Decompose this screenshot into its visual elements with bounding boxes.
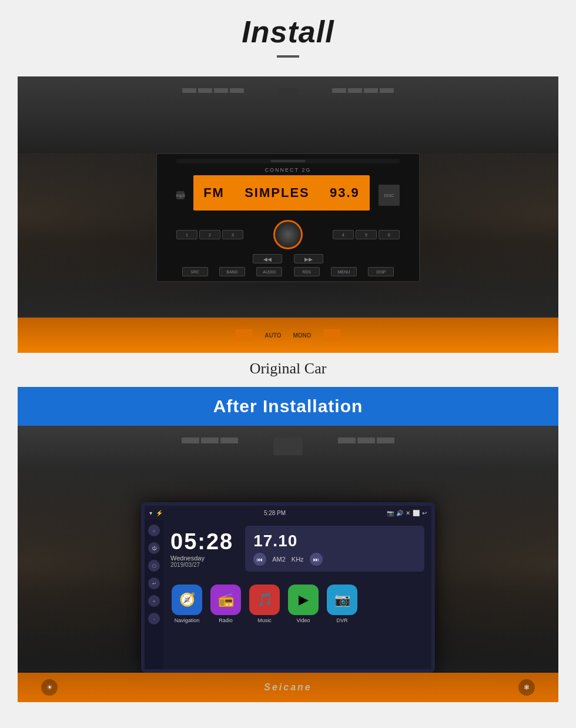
- vent-slot: [380, 88, 394, 93]
- vent-slot: [201, 438, 219, 443]
- android-head-unit: ▾ ⚡ 5:28 PM 📷 🔊 ✕ ⬜ ↩ ⌂ ⏻ ⬡: [141, 502, 435, 673]
- statusbar-right: 📷 🔊 ✕ ⬜ ↩: [387, 510, 427, 516]
- app-navigation[interactable]: 🧭 Navigation: [172, 585, 202, 623]
- auto-label: AUTO: [264, 332, 281, 339]
- status-time: 5:28 PM: [264, 510, 286, 516]
- sidebar-back-icon[interactable]: ↩: [148, 577, 160, 589]
- audio-btn[interactable]: AUDIO: [256, 267, 282, 276]
- preset-btn-3[interactable]: 3: [222, 230, 243, 239]
- app-radio[interactable]: 📻 Radio: [210, 585, 241, 623]
- android-apps-grid: 🧭 Navigation 📻 Radio 🎵 Music: [163, 577, 431, 630]
- original-car-label: Original Car: [18, 360, 558, 378]
- app-video[interactable]: ▶ Video: [288, 585, 319, 623]
- preset-buttons-right: 4 5 6: [333, 230, 400, 239]
- bottom-right-icon: ❄: [518, 679, 535, 696]
- after-vent-left: [182, 438, 238, 455]
- android-top-row: 05:28 Wednesday 2019/03/27 17.10 ⏮ AM2 K…: [163, 520, 431, 577]
- bottom-btn-2: [323, 329, 341, 341]
- page-title: Install: [242, 14, 334, 49]
- original-car-image: CONNECT 2G mp3 FM SIMPLES 93.9 DISC 1: [18, 76, 558, 353]
- after-vents-row: [182, 438, 394, 455]
- vent-slot: [377, 438, 394, 443]
- sidebar-home-icon[interactable]: ⌂: [148, 525, 160, 536]
- music-frequency: 17.10: [253, 532, 416, 550]
- rds-btn[interactable]: RDS: [294, 267, 320, 276]
- app-nav-label: Navigation: [175, 617, 200, 623]
- original-car-section: CONNECT 2G mp3 FM SIMPLES 93.9 DISC 1: [18, 76, 558, 387]
- vent-slot: [348, 88, 362, 93]
- bottom-left-icon: ☀: [41, 679, 58, 696]
- title-divider: [277, 55, 299, 58]
- menu-btn[interactable]: MENU: [331, 267, 357, 276]
- after-installation-text: After Installation: [213, 396, 363, 416]
- volume-status-icon: 🔊: [396, 510, 403, 516]
- car-bottom-panel: AUTO MONO: [18, 318, 558, 353]
- next-track-btn[interactable]: ⏭: [310, 553, 323, 566]
- statusbar-left: ▾ ⚡: [149, 510, 163, 516]
- src-btn[interactable]: SRC: [182, 267, 208, 276]
- sidebar-mic-icon[interactable]: -: [148, 613, 160, 625]
- dashboard-top: [18, 76, 558, 153]
- music-unit: KHz: [292, 556, 304, 563]
- usb-icon: ⚡: [156, 510, 163, 516]
- prev-track-btn[interactable]: ⏮: [253, 553, 266, 566]
- bottom-controls: AUTO MONO: [235, 329, 340, 341]
- vent-slot: [230, 88, 244, 93]
- camera-status-icon: 📷: [387, 510, 394, 516]
- bottom-btn-1: [235, 329, 253, 341]
- vent-group-left: [182, 88, 244, 100]
- cd-slot-line: [270, 160, 306, 162]
- disp-btn[interactable]: DISP: [368, 267, 394, 276]
- brand-label: CONNECT 2G: [265, 167, 312, 173]
- clock-time: 05:28: [170, 529, 233, 555]
- sidebar-vol-icon[interactable]: +: [148, 595, 160, 607]
- app-video-icon-box: ▶: [288, 585, 319, 615]
- app-music-icon-box: 🎵: [249, 585, 280, 615]
- radio-fm-text: FM: [203, 185, 225, 201]
- band-btn[interactable]: BAND: [219, 267, 245, 276]
- forward-btn[interactable]: ▶▶: [294, 254, 323, 263]
- android-screen: ⌂ ⏻ ⬡ ↩ + - 05:28 Wednesday 2019: [145, 520, 431, 669]
- music-section: 17.10 ⏮ AM2 KHz ⏭: [245, 526, 424, 572]
- app-video-label: Video: [297, 617, 310, 623]
- preset-btn-6[interactable]: 6: [379, 230, 400, 239]
- app-radio-icon-box: 📻: [210, 585, 241, 615]
- sidebar-power-icon[interactable]: ⏻: [148, 542, 160, 554]
- preset-btn-5[interactable]: 5: [356, 230, 377, 239]
- sidebar-display-icon[interactable]: ⬡: [148, 560, 160, 572]
- vent-slot: [198, 88, 212, 93]
- vent-slot: [214, 88, 228, 93]
- vent-slot: [220, 438, 238, 443]
- preset-btn-2[interactable]: 2: [199, 230, 220, 239]
- rewind-btn[interactable]: ◀◀: [253, 254, 282, 263]
- radio-station-text: SIMPLES: [245, 185, 310, 201]
- after-installation-banner: After Installation: [18, 387, 558, 426]
- mono-label: MONO: [293, 332, 312, 339]
- radio-unit: CONNECT 2G mp3 FM SIMPLES 93.9 DISC 1: [156, 153, 420, 282]
- after-install-image: ▾ ⚡ 5:28 PM 📷 🔊 ✕ ⬜ ↩ ⌂ ⏻ ⬡: [18, 426, 558, 702]
- clock-date: 2019/03/27: [170, 562, 233, 568]
- transport-row: ◀◀ ▶▶: [176, 254, 400, 263]
- music-controls: ⏮ AM2 KHz ⏭: [253, 553, 416, 566]
- preset-btn-1[interactable]: 1: [176, 230, 197, 239]
- android-main: 05:28 Wednesday 2019/03/27 17.10 ⏮ AM2 K…: [163, 520, 431, 669]
- radio-display: FM SIMPLES 93.9: [193, 175, 370, 211]
- clock-section: 05:28 Wednesday 2019/03/27: [170, 529, 233, 568]
- radio-tuning-knob[interactable]: [273, 220, 303, 249]
- vent-slot: [357, 438, 375, 443]
- app-music[interactable]: 🎵 Music: [249, 585, 280, 623]
- app-dvr-label: DVR: [336, 617, 347, 623]
- back-status-icon: ↩: [422, 510, 427, 516]
- preset-row: 1 2 3 4: [176, 220, 400, 249]
- center-console-top: [273, 438, 303, 455]
- preset-btn-4[interactable]: 4: [333, 230, 354, 239]
- app-nav-icon-box: 🧭: [172, 585, 202, 615]
- vent-slot: [364, 88, 378, 93]
- android-sidebar: ⌂ ⏻ ⬡ ↩ + -: [145, 520, 163, 669]
- android-statusbar: ▾ ⚡ 5:28 PM 📷 🔊 ✕ ⬜ ↩: [145, 506, 431, 520]
- clock-day: Wednesday: [170, 555, 233, 562]
- car-interior-bg: CONNECT 2G mp3 FM SIMPLES 93.9 DISC 1: [18, 76, 558, 353]
- music-band: AM2: [272, 556, 286, 563]
- vents-row: [182, 88, 394, 100]
- app-dvr[interactable]: 📷 DVR: [327, 585, 357, 623]
